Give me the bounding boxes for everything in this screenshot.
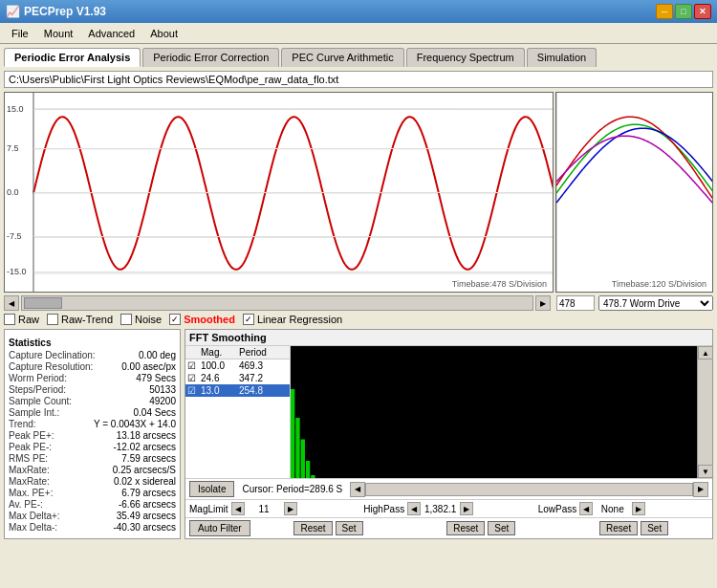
menu-file[interactable]: File bbox=[4, 26, 36, 41]
raw-trend-label: Raw-Trend bbox=[61, 314, 113, 325]
noise-label: Noise bbox=[135, 314, 162, 325]
maglimit-left-arrow[interactable]: ◀ bbox=[231, 502, 245, 515]
highpass-set-button[interactable]: Set bbox=[488, 521, 515, 535]
highpass-left-arrow[interactable]: ◀ bbox=[407, 502, 421, 515]
noise-checkbox[interactable] bbox=[120, 314, 132, 325]
minimize-button[interactable]: ─ bbox=[656, 4, 673, 19]
maglimit-reset-button[interactable]: Reset bbox=[293, 521, 332, 535]
fft-col-period-header: Period bbox=[239, 347, 287, 358]
scroll-right-arrow[interactable]: ▶ bbox=[535, 295, 551, 311]
maglimit-right-arrow[interactable]: ▶ bbox=[284, 502, 297, 515]
fft-hscroll-right[interactable]: ▶ bbox=[693, 482, 708, 497]
tab-periodic-error-correction[interactable]: Periodic Error Correction bbox=[142, 48, 279, 67]
stats-label: Av. PE-: bbox=[9, 499, 43, 510]
fft-list-item[interactable]: ☑100.0469.3 bbox=[185, 359, 290, 372]
worm-drive-dropdown[interactable]: 478.7 Worm Drive bbox=[598, 295, 713, 311]
highpass-value: 1,382.1 bbox=[424, 504, 457, 514]
stats-label: MaxRate: bbox=[9, 476, 50, 487]
fft-rows: ☑100.0469.3☑24.6347.2☑13.0254.8 bbox=[185, 359, 290, 397]
menu-about[interactable]: About bbox=[142, 26, 185, 41]
fft-period: 469.3 bbox=[239, 360, 287, 371]
main-chart: 15.0 7.5 0.0 -7.5 -15.0 Timebase:478 S/D… bbox=[4, 92, 554, 293]
fft-panel: FFT Smoothing Mag. Period ☑100.0469.3☑24… bbox=[185, 329, 713, 539]
raw-checkbox-item: Raw bbox=[4, 314, 39, 325]
title-bar-left: 📈 PECPrep V1.93 bbox=[6, 5, 106, 18]
fft-cb[interactable]: ☑ bbox=[187, 373, 201, 383]
fft-scroll-up[interactable]: ▲ bbox=[698, 346, 712, 359]
lowpass-right-arrow[interactable]: ▶ bbox=[632, 502, 645, 515]
main-content: Periodic Error Analysis Periodic Error C… bbox=[0, 44, 717, 588]
raw-trend-checkbox-item: Raw-Trend bbox=[47, 314, 113, 325]
raw-trend-checkbox[interactable] bbox=[47, 314, 58, 325]
main-scrollbar-track[interactable] bbox=[21, 295, 533, 311]
highpass-section: HighPass ◀ 1,382.1 ▶ bbox=[363, 502, 533, 515]
grid-h-1 bbox=[33, 109, 553, 110]
maglimit-row: MagLimit ◀ 11 ▶ HighPass ◀ 1,382.1 ▶ Low… bbox=[185, 499, 712, 517]
stats-row: Sample Int.:0.04 Secs bbox=[9, 407, 176, 418]
lowpass-reset-set: Reset Set bbox=[559, 521, 708, 535]
smoothed-checkbox[interactable]: ✓ bbox=[169, 314, 181, 325]
isolate-button[interactable]: Isolate bbox=[189, 481, 234, 497]
stats-label: Worm Period: bbox=[9, 373, 67, 383]
highpass-reset-button[interactable]: Reset bbox=[446, 521, 485, 535]
stats-value: -40.30 arcsecs bbox=[113, 522, 176, 533]
fft-mag: 13.0 bbox=[201, 385, 239, 396]
worm-value-input[interactable] bbox=[556, 295, 595, 311]
menu-advanced[interactable]: Advanced bbox=[80, 26, 142, 41]
worm-drive-select: 478.7 Worm Drive bbox=[556, 295, 713, 311]
cursor-text: Cursor: Period=289.6 S bbox=[242, 484, 342, 494]
fft-cb[interactable]: ☑ bbox=[187, 360, 201, 371]
stats-row: Capture Resolution:0.00 asec/px bbox=[9, 361, 176, 372]
stats-row: Steps/Period:50133 bbox=[9, 384, 176, 395]
fft-hscroll-left[interactable]: ◀ bbox=[350, 482, 365, 497]
fft-list-item[interactable]: ☑13.0254.8 bbox=[185, 384, 290, 397]
highpass-right-arrow[interactable]: ▶ bbox=[460, 502, 473, 515]
fft-col-mag-header: Mag. bbox=[201, 347, 239, 358]
file-path: C:\Users\Public\First Light Optics Revie… bbox=[4, 71, 713, 88]
lowpass-left-arrow[interactable]: ◀ bbox=[579, 502, 593, 515]
statistics-panel: Statistics Capture Declination:0.00 degC… bbox=[4, 329, 181, 539]
tab-periodic-error-analysis[interactable]: Periodic Error Analysis bbox=[4, 48, 141, 67]
stats-label: MaxRate: bbox=[9, 465, 50, 475]
stats-value: 0.00 asec/px bbox=[121, 361, 176, 372]
tab-pec-curve-arithmetic[interactable]: PEC Curve Arithmetic bbox=[281, 48, 403, 67]
close-button[interactable]: ✕ bbox=[694, 4, 711, 19]
fft-cb[interactable]: ☑ bbox=[187, 385, 201, 396]
fft-period: 347.2 bbox=[239, 373, 287, 383]
side-chart: Timebase:120 S/Division bbox=[555, 92, 713, 293]
stats-label: Max Delta-: bbox=[9, 522, 57, 533]
lowpass-set-button[interactable]: Set bbox=[641, 521, 668, 535]
scroll-left-arrow[interactable]: ◀ bbox=[4, 295, 19, 311]
tab-frequency-spectrum[interactable]: Frequency Spectrum bbox=[406, 48, 525, 67]
maximize-button[interactable]: □ bbox=[675, 4, 692, 19]
auto-filter-button[interactable]: Auto Filter bbox=[189, 520, 250, 536]
maglimit-set-button[interactable]: Set bbox=[336, 521, 363, 535]
fft-hscroll-track[interactable] bbox=[365, 483, 693, 496]
stats-value: 13.18 arcsecs bbox=[117, 430, 176, 441]
stats-label: Capture Declination: bbox=[9, 350, 96, 360]
linear-regression-checkbox[interactable]: ✓ bbox=[243, 314, 254, 325]
stats-row: Capture Declination:0.00 deg bbox=[9, 350, 176, 360]
lowpass-label: LowPass bbox=[538, 504, 577, 514]
fft-list-item[interactable]: ☑24.6347.2 bbox=[185, 372, 290, 384]
y-label-15: 15.0 bbox=[7, 104, 24, 114]
linear-regression-label: Linear Regression bbox=[257, 314, 342, 325]
stats-row: MaxRate:0.25 arcsecs/S bbox=[9, 465, 176, 475]
maglimit-section: MagLimit ◀ 11 ▶ bbox=[189, 502, 359, 515]
stats-label: Peak PE-: bbox=[9, 442, 52, 452]
main-timebase-label: Timebase:478 S/Division bbox=[450, 278, 549, 290]
tab-simulation[interactable]: Simulation bbox=[527, 48, 597, 67]
stats-row: Max Delta-:-40.30 arcsecs bbox=[9, 522, 176, 533]
menu-mount[interactable]: Mount bbox=[36, 26, 81, 41]
fft-right-scrollbar[interactable]: ▲ ▼ bbox=[697, 346, 712, 478]
stats-row: Max Delta+:35.49 arcsecs bbox=[9, 511, 176, 521]
stats-row: Peak PE-:-12.02 arcsecs bbox=[9, 442, 176, 452]
stats-row: Sample Count:49200 bbox=[9, 396, 176, 406]
stats-value: -12.02 arcsecs bbox=[113, 442, 176, 452]
app-title: PECPrep V1.93 bbox=[24, 5, 106, 18]
lowpass-reset-button[interactable]: Reset bbox=[599, 521, 638, 535]
stats-value: 50133 bbox=[149, 384, 176, 395]
raw-checkbox[interactable] bbox=[4, 314, 15, 325]
main-scrollbar-thumb[interactable] bbox=[24, 297, 62, 309]
fft-scroll-down[interactable]: ▼ bbox=[698, 465, 712, 478]
